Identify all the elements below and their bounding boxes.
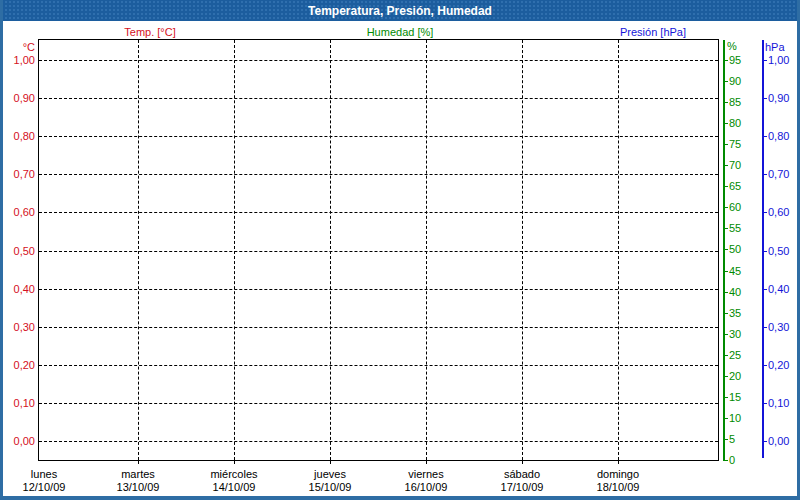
pressure-tick-label: 0,30 [768,320,789,334]
pressure-tickmark [762,136,767,137]
gridline-h [39,327,718,328]
humidity-tick-label: 80 [729,116,741,130]
humidity-tickmark [723,165,728,166]
temp-tick-label: 0,20 [2,358,35,372]
x-axis-day-label: martes 13/10/09 [90,468,186,494]
day-name: lunes [0,468,92,481]
humidity-axis-unit: % [727,40,737,53]
pressure-tick-label: 0,90 [768,91,789,105]
temp-tick-label: 0,10 [2,396,35,410]
humidity-tick-label: 95 [729,53,741,67]
x-axis-day-label: viernes 16/10/09 [378,468,474,494]
humidity-tick-label: 30 [729,327,741,341]
legend-humidity: Humedad [%] [367,26,434,39]
humidity-tickmark [723,144,728,145]
day-name: martes [90,468,186,481]
gridline-h [39,136,718,137]
humidity-tickmark [723,123,728,124]
humidity-tick-label: 20 [729,369,741,383]
x-axis-day-label: lunes 12/10/09 [0,468,92,494]
day-date: 13/10/09 [90,481,186,494]
gridline-h [39,98,718,99]
humidity-tickmark [723,355,728,356]
humidity-tick-label: 90 [729,74,741,88]
pressure-tickmark [762,403,767,404]
humidity-tickmark [723,271,728,272]
humidity-tick-label: 60 [729,200,741,214]
pressure-tickmark [762,212,767,213]
legend-pressure: Presión [hPa] [620,26,686,39]
day-name: viernes [378,468,474,481]
chart-window: Temperatura, Presión, Humedad Temp. [°C]… [0,0,800,500]
humidity-tick-label: 75 [729,137,741,151]
pressure-axis-line [762,40,764,458]
pressure-tickmark [762,251,767,252]
humidity-tick-label: 10 [729,411,741,425]
temp-tick-label: 0,30 [2,320,35,334]
temp-tick-label: 0,40 [2,282,35,296]
pressure-tick-label: 0,50 [768,244,789,258]
day-date: 15/10/09 [282,481,378,494]
humidity-tickmark [723,207,728,208]
window-title: Temperatura, Presión, Humedad [308,4,492,18]
x-axis-tickmark [522,460,523,464]
humidity-tickmark [723,292,728,293]
humidity-tickmark [723,228,728,229]
day-name: miércoles [186,468,282,481]
pressure-tick-label: 1,00 [768,53,789,67]
humidity-tick-label: 35 [729,306,741,320]
pressure-tickmark [762,174,767,175]
pressure-tick-label: 0,80 [768,129,789,143]
temp-tick-label: 0,00 [2,434,35,448]
day-name: sábado [474,468,570,481]
pressure-tick-label: 0,10 [768,396,789,410]
day-date: 12/10/09 [0,481,92,494]
day-date: 17/10/09 [474,481,570,494]
humidity-tickmark [723,249,728,250]
x-axis-tickmark [330,460,331,464]
temp-tick-label: 1,00 [2,53,35,67]
x-axis-day-label: domingo 18/10/09 [570,468,666,494]
x-axis-day-label: miércoles 14/10/09 [186,468,282,494]
pressure-tickmark [762,98,767,99]
temp-tick-label: 0,60 [2,205,35,219]
pressure-tickmark [762,441,767,442]
x-axis-day-label: sábado 17/10/09 [474,468,570,494]
temp-tick-label: 0,80 [2,129,35,143]
humidity-tick-label: 15 [729,390,741,404]
humidity-tick-label: 45 [729,264,741,278]
humidity-tick-label: 5 [729,432,735,446]
humidity-tick-label: 40 [729,285,741,299]
temp-tick-label: 0,70 [2,167,35,181]
humidity-tick-label: 0 [729,453,735,467]
plot-area [38,39,719,461]
humidity-tick-label: 85 [729,95,741,109]
gridline-h [39,60,718,61]
day-date: 14/10/09 [186,481,282,494]
x-axis-tickmark [426,460,427,464]
humidity-tick-label: 70 [729,158,741,172]
pressure-tickmark [762,60,767,61]
x-axis-tickmark [138,460,139,464]
humidity-tickmark [723,460,728,461]
pressure-tickmark [762,289,767,290]
humidity-tickmark [723,334,728,335]
x-axis-day-label: jueves 15/10/09 [282,468,378,494]
gridline-v [522,40,523,460]
temp-tick-label: 0,50 [2,244,35,258]
humidity-tickmark [723,397,728,398]
humidity-tick-label: 65 [729,179,741,193]
humidity-tickmark [723,186,728,187]
gridline-h [39,441,718,442]
humidity-tickmark [723,439,728,440]
humidity-tickmark [723,376,728,377]
gridline-v [426,40,427,460]
pressure-tick-label: 0,00 [768,434,789,448]
pressure-tick-label: 0,20 [768,358,789,372]
x-axis-tickmark [234,460,235,464]
humidity-tickmark [723,81,728,82]
humidity-tick-label: 50 [729,242,741,256]
gridline-v [618,40,619,460]
gridline-h [39,289,718,290]
gridline-v [138,40,139,460]
